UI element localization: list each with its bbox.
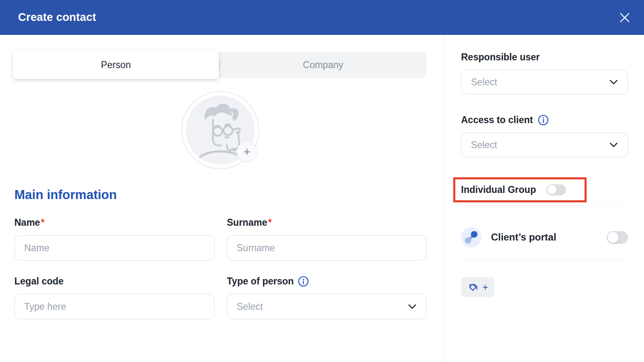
- plus-icon: +: [243, 145, 251, 159]
- tab-person[interactable]: Person: [13, 50, 219, 79]
- field-legal-code: Legal code: [14, 276, 215, 319]
- access-to-client-select-value: Select: [471, 140, 497, 151]
- responsible-user-select[interactable]: Select: [461, 70, 628, 94]
- section-title: Main information: [14, 188, 426, 202]
- clients-portal-toggle[interactable]: [607, 231, 628, 244]
- main-form: Name* Surname* Legal code Type of person: [14, 217, 426, 319]
- required-mark: *: [268, 217, 272, 228]
- add-tag-button[interactable]: +: [461, 277, 494, 297]
- sidebar: Responsible user Select Access to client…: [444, 35, 644, 362]
- surname-input[interactable]: [227, 235, 427, 261]
- add-photo-button[interactable]: +: [237, 142, 257, 162]
- avatar-section: +: [14, 91, 426, 170]
- tab-company[interactable]: Company: [220, 52, 426, 78]
- responsible-user-select-value: Select: [471, 77, 497, 88]
- field-surname: Surname*: [227, 217, 427, 261]
- name-input[interactable]: [14, 235, 215, 261]
- chevron-down-icon: [408, 304, 417, 309]
- close-button[interactable]: [618, 11, 632, 25]
- legal-code-input[interactable]: [14, 294, 215, 319]
- chevron-down-icon: [609, 79, 618, 85]
- individual-group-label: Individual Group: [461, 184, 536, 195]
- divider: [461, 260, 628, 261]
- responsible-user-label: Responsible user: [461, 52, 540, 63]
- divider: [461, 206, 628, 206]
- field-name: Name*: [14, 217, 215, 261]
- modal-header: Create contact: [0, 0, 644, 35]
- tab-separator: [219, 60, 220, 70]
- plus-icon: +: [482, 282, 488, 292]
- individual-group-highlight: Individual Group: [453, 177, 587, 202]
- field-type-of-person: Type of person Select: [227, 276, 427, 319]
- clients-portal-icon: [461, 227, 482, 247]
- modal-body: Person Company: [0, 35, 644, 362]
- clients-portal-row: Client’s portal: [461, 227, 628, 247]
- chevron-down-icon: [609, 142, 618, 148]
- tag-icon: [467, 282, 479, 293]
- info-icon[interactable]: [538, 115, 549, 126]
- access-to-client-label: Access to client: [461, 115, 533, 126]
- required-mark: *: [41, 217, 45, 228]
- name-label: Name: [14, 217, 40, 228]
- main-column: Person Company: [0, 35, 444, 362]
- type-of-person-select-value: Select: [237, 301, 263, 312]
- individual-group-toggle[interactable]: [546, 184, 566, 195]
- close-icon: [619, 12, 630, 23]
- legal-code-label: Legal code: [14, 276, 64, 287]
- link-dots-icon: [461, 227, 482, 247]
- tab-person-label: Person: [101, 60, 131, 71]
- tab-company-label: Company: [303, 60, 343, 71]
- type-of-person-select[interactable]: Select: [227, 294, 427, 319]
- surname-label: Surname: [227, 217, 267, 228]
- contact-type-switch: Person Company: [14, 52, 426, 78]
- access-to-client-select[interactable]: Select: [461, 133, 628, 157]
- avatar[interactable]: +: [181, 91, 260, 170]
- type-of-person-label: Type of person: [227, 276, 294, 287]
- info-icon[interactable]: [298, 276, 309, 287]
- clients-portal-label: Client’s portal: [491, 231, 556, 243]
- modal-title: Create contact: [18, 11, 96, 24]
